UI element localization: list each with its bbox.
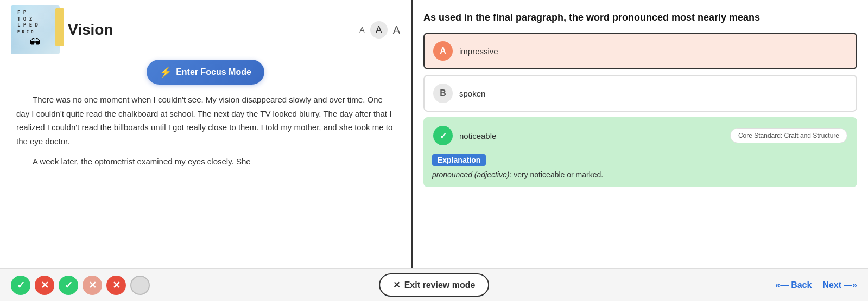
next-button[interactable]: Next —» bbox=[822, 280, 857, 290]
exit-review-button[interactable]: ✕ Exit review mode bbox=[379, 273, 490, 297]
explanation-section: Explanation pronounced (adjective): very… bbox=[423, 149, 857, 187]
passage-paragraph-1: There was no one moment when I couldn't … bbox=[16, 93, 395, 148]
font-size-controls: A A A bbox=[359, 21, 400, 39]
book-cover-image: F PT O ZL P E DP R C D 🕶 bbox=[11, 5, 60, 54]
progress-6[interactable] bbox=[130, 276, 150, 295]
passage: There was no one moment when I couldn't … bbox=[0, 93, 411, 186]
next-label: Next bbox=[822, 280, 841, 290]
book-tab bbox=[55, 8, 64, 46]
back-label: Back bbox=[791, 280, 812, 290]
font-small-button[interactable]: A bbox=[359, 25, 364, 34]
font-medium-button[interactable]: A bbox=[370, 21, 388, 39]
option-b-text: spoken bbox=[459, 89, 485, 98]
progress-2[interactable]: ✕ bbox=[35, 276, 54, 295]
option-c-text: noticeable bbox=[459, 131, 496, 140]
glasses-icon: 🕶 bbox=[30, 36, 41, 49]
explanation-text: pronounced (adjective): very noticeable … bbox=[432, 169, 848, 181]
core-standard-badge: Core Standard: Craft and Structure bbox=[730, 128, 847, 143]
right-panel: As used in the final paragraph, the word… bbox=[413, 0, 868, 268]
focus-mode-button[interactable]: ⚡ Enter Focus Mode bbox=[147, 60, 264, 85]
exit-x-icon: ✕ bbox=[393, 280, 400, 290]
passage-paragraph-2: A week later, the optometrist examined m… bbox=[16, 155, 395, 169]
progress-icons: ✓ ✕ ✓ ✕ ✕ bbox=[11, 276, 150, 295]
font-large-button[interactable]: A bbox=[393, 24, 400, 36]
progress-1[interactable]: ✓ bbox=[11, 276, 30, 295]
book-title: Vision bbox=[68, 21, 113, 39]
eye-chart: F PT O ZL P E DP R C D bbox=[17, 10, 38, 35]
option-b[interactable]: B spoken bbox=[423, 75, 857, 112]
book-cover: F PT O ZL P E DP R C D 🕶 bbox=[11, 5, 60, 54]
header: F PT O ZL P E DP R C D 🕶 Vision A A A bbox=[0, 0, 411, 60]
back-arrows-icon: «— bbox=[775, 280, 789, 290]
progress-3[interactable]: ✓ bbox=[59, 276, 78, 295]
option-a-letter: A bbox=[433, 41, 453, 61]
next-arrows-icon: —» bbox=[844, 280, 857, 290]
back-button[interactable]: «— Back bbox=[775, 280, 812, 290]
focus-mode-label: Enter Focus Mode bbox=[176, 67, 251, 77]
explanation-definition: very noticeable or marked. bbox=[514, 170, 603, 179]
option-a-text: impressive bbox=[459, 47, 498, 56]
left-panel: F PT O ZL P E DP R C D 🕶 Vision A A A ⚡ … bbox=[0, 0, 413, 268]
option-a[interactable]: A impressive bbox=[423, 33, 857, 69]
option-c-letter: ✓ bbox=[433, 126, 453, 145]
progress-5[interactable]: ✕ bbox=[106, 276, 126, 295]
explanation-word: pronounced bbox=[432, 170, 472, 179]
exit-review-label: Exit review mode bbox=[404, 280, 476, 290]
nav-buttons: «— Back Next —» bbox=[775, 280, 857, 290]
option-b-letter: B bbox=[433, 84, 453, 103]
bottom-bar: ✓ ✕ ✓ ✕ ✕ ✕ Exit review mode «— Back Nex… bbox=[0, 268, 868, 301]
progress-4[interactable]: ✕ bbox=[83, 276, 102, 295]
explanation-pos: (adjective): bbox=[474, 170, 511, 179]
explanation-label: Explanation bbox=[432, 154, 486, 166]
focus-mode-icon: ⚡ bbox=[160, 66, 172, 78]
question-text: As used in the final paragraph, the word… bbox=[423, 11, 857, 24]
